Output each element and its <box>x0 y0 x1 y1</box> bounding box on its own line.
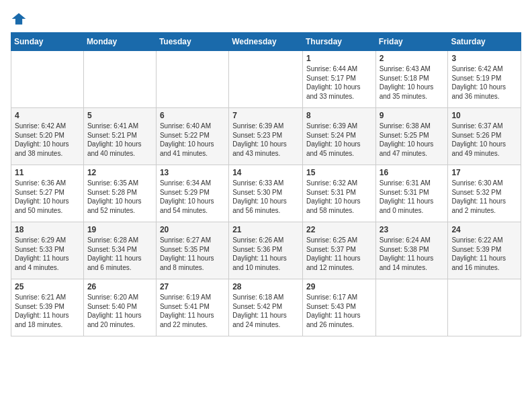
day-number: 14 <box>232 168 299 177</box>
svg-marker-0 <box>12 13 26 24</box>
day-number: 27 <box>160 282 225 291</box>
day-number: 5 <box>87 111 152 120</box>
day-cell: 21Sunrise: 6:26 AMSunset: 5:36 PMDayligh… <box>229 222 303 279</box>
day-info: Sunrise: 6:43 AMSunset: 5:18 PMDaylight:… <box>380 64 445 101</box>
day-cell: 26Sunrise: 6:20 AMSunset: 5:40 PMDayligh… <box>83 279 156 336</box>
day-number: 15 <box>306 168 372 177</box>
day-cell <box>229 51 303 108</box>
day-info: Sunrise: 6:42 AMSunset: 5:19 PMDaylight:… <box>451 64 517 101</box>
day-number: 20 <box>160 225 225 234</box>
header-thursday: Thursday <box>302 33 375 51</box>
day-cell: 10Sunrise: 6:37 AMSunset: 5:26 PMDayligh… <box>448 108 521 165</box>
day-info: Sunrise: 6:44 AMSunset: 5:17 PMDaylight:… <box>306 64 372 101</box>
day-number: 22 <box>306 225 372 234</box>
day-number: 4 <box>15 111 80 120</box>
day-cell: 8Sunrise: 6:39 AMSunset: 5:24 PMDaylight… <box>302 108 375 165</box>
day-cell: 13Sunrise: 6:34 AMSunset: 5:29 PMDayligh… <box>156 165 228 222</box>
day-number: 16 <box>380 168 445 177</box>
day-cell: 17Sunrise: 6:30 AMSunset: 5:32 PMDayligh… <box>448 165 521 222</box>
day-cell <box>156 51 228 108</box>
day-number: 25 <box>15 282 80 291</box>
day-info: Sunrise: 6:39 AMSunset: 5:23 PMDaylight:… <box>232 122 299 158</box>
day-number: 29 <box>306 282 372 291</box>
day-info: Sunrise: 6:29 AMSunset: 5:33 PMDaylight:… <box>15 236 80 272</box>
day-info: Sunrise: 6:24 AMSunset: 5:38 PMDaylight:… <box>380 236 445 272</box>
week-row-4: 25Sunrise: 6:21 AMSunset: 5:39 PMDayligh… <box>11 279 521 336</box>
header-tuesday: Tuesday <box>156 33 228 51</box>
day-info: Sunrise: 6:17 AMSunset: 5:43 PMDaylight:… <box>306 293 372 329</box>
day-cell: 14Sunrise: 6:33 AMSunset: 5:30 PMDayligh… <box>229 165 303 222</box>
day-info: Sunrise: 6:27 AMSunset: 5:35 PMDaylight:… <box>160 236 225 272</box>
day-cell: 11Sunrise: 6:36 AMSunset: 5:27 PMDayligh… <box>11 165 84 222</box>
day-info: Sunrise: 6:37 AMSunset: 5:26 PMDaylight:… <box>451 122 517 158</box>
logo-icon <box>11 11 27 27</box>
day-cell: 20Sunrise: 6:27 AMSunset: 5:35 PMDayligh… <box>156 222 228 279</box>
page-header <box>11 11 521 27</box>
day-info: Sunrise: 6:19 AMSunset: 5:41 PMDaylight:… <box>160 293 225 329</box>
day-number: 9 <box>380 111 445 120</box>
day-cell: 16Sunrise: 6:31 AMSunset: 5:31 PMDayligh… <box>375 165 448 222</box>
week-row-0: 1Sunrise: 6:44 AMSunset: 5:17 PMDaylight… <box>11 51 521 108</box>
day-cell: 9Sunrise: 6:38 AMSunset: 5:25 PMDaylight… <box>375 108 448 165</box>
header-sunday: Sunday <box>11 33 84 51</box>
day-header-row: SundayMondayTuesdayWednesdayThursdayFrid… <box>11 33 521 51</box>
day-cell: 25Sunrise: 6:21 AMSunset: 5:39 PMDayligh… <box>11 279 84 336</box>
day-cell: 27Sunrise: 6:19 AMSunset: 5:41 PMDayligh… <box>156 279 228 336</box>
day-cell: 7Sunrise: 6:39 AMSunset: 5:23 PMDaylight… <box>229 108 303 165</box>
day-cell <box>11 51 84 108</box>
day-info: Sunrise: 6:26 AMSunset: 5:36 PMDaylight:… <box>232 236 299 272</box>
day-cell: 4Sunrise: 6:42 AMSunset: 5:20 PMDaylight… <box>11 108 84 165</box>
day-number: 18 <box>15 225 80 234</box>
day-number: 12 <box>87 168 152 177</box>
day-number: 10 <box>451 111 517 120</box>
day-info: Sunrise: 6:28 AMSunset: 5:34 PMDaylight:… <box>87 236 152 272</box>
day-cell <box>448 279 521 336</box>
day-info: Sunrise: 6:42 AMSunset: 5:20 PMDaylight:… <box>15 122 80 158</box>
day-number: 28 <box>232 282 299 291</box>
day-info: Sunrise: 6:31 AMSunset: 5:31 PMDaylight:… <box>380 179 445 215</box>
day-number: 13 <box>160 168 225 177</box>
day-cell: 2Sunrise: 6:43 AMSunset: 5:18 PMDaylight… <box>375 51 448 108</box>
day-number: 11 <box>15 168 80 177</box>
week-row-3: 18Sunrise: 6:29 AMSunset: 5:33 PMDayligh… <box>11 222 521 279</box>
day-number: 23 <box>380 225 445 234</box>
day-info: Sunrise: 6:22 AMSunset: 5:39 PMDaylight:… <box>451 236 517 272</box>
logo <box>11 11 30 27</box>
day-info: Sunrise: 6:38 AMSunset: 5:25 PMDaylight:… <box>380 122 445 158</box>
day-number: 3 <box>451 54 517 63</box>
day-number: 7 <box>232 111 299 120</box>
day-info: Sunrise: 6:35 AMSunset: 5:28 PMDaylight:… <box>87 179 152 215</box>
day-info: Sunrise: 6:39 AMSunset: 5:24 PMDaylight:… <box>306 122 372 158</box>
day-cell <box>375 279 448 336</box>
calendar-table: SundayMondayTuesdayWednesdayThursdayFrid… <box>11 32 521 336</box>
day-info: Sunrise: 6:21 AMSunset: 5:39 PMDaylight:… <box>15 293 80 329</box>
day-info: Sunrise: 6:18 AMSunset: 5:42 PMDaylight:… <box>232 293 299 329</box>
day-cell <box>83 51 156 108</box>
day-info: Sunrise: 6:40 AMSunset: 5:22 PMDaylight:… <box>160 122 225 158</box>
header-wednesday: Wednesday <box>229 33 303 51</box>
day-info: Sunrise: 6:33 AMSunset: 5:30 PMDaylight:… <box>232 179 299 215</box>
day-info: Sunrise: 6:41 AMSunset: 5:21 PMDaylight:… <box>87 122 152 158</box>
day-number: 19 <box>87 225 152 234</box>
day-cell: 22Sunrise: 6:25 AMSunset: 5:37 PMDayligh… <box>302 222 375 279</box>
day-cell: 5Sunrise: 6:41 AMSunset: 5:21 PMDaylight… <box>83 108 156 165</box>
day-cell: 24Sunrise: 6:22 AMSunset: 5:39 PMDayligh… <box>448 222 521 279</box>
header-friday: Friday <box>375 33 448 51</box>
day-number: 6 <box>160 111 225 120</box>
day-number: 1 <box>306 54 372 63</box>
day-cell: 6Sunrise: 6:40 AMSunset: 5:22 PMDaylight… <box>156 108 228 165</box>
day-cell: 15Sunrise: 6:32 AMSunset: 5:31 PMDayligh… <box>302 165 375 222</box>
day-number: 26 <box>87 282 152 291</box>
day-cell: 12Sunrise: 6:35 AMSunset: 5:28 PMDayligh… <box>83 165 156 222</box>
day-info: Sunrise: 6:36 AMSunset: 5:27 PMDaylight:… <box>15 179 80 215</box>
day-cell: 29Sunrise: 6:17 AMSunset: 5:43 PMDayligh… <box>302 279 375 336</box>
header-saturday: Saturday <box>448 33 521 51</box>
day-info: Sunrise: 6:25 AMSunset: 5:37 PMDaylight:… <box>306 236 372 272</box>
day-cell: 3Sunrise: 6:42 AMSunset: 5:19 PMDaylight… <box>448 51 521 108</box>
day-number: 17 <box>451 168 517 177</box>
day-cell: 18Sunrise: 6:29 AMSunset: 5:33 PMDayligh… <box>11 222 84 279</box>
day-cell: 19Sunrise: 6:28 AMSunset: 5:34 PMDayligh… <box>83 222 156 279</box>
day-number: 24 <box>451 225 517 234</box>
day-info: Sunrise: 6:32 AMSunset: 5:31 PMDaylight:… <box>306 179 372 215</box>
day-info: Sunrise: 6:34 AMSunset: 5:29 PMDaylight:… <box>160 179 225 215</box>
